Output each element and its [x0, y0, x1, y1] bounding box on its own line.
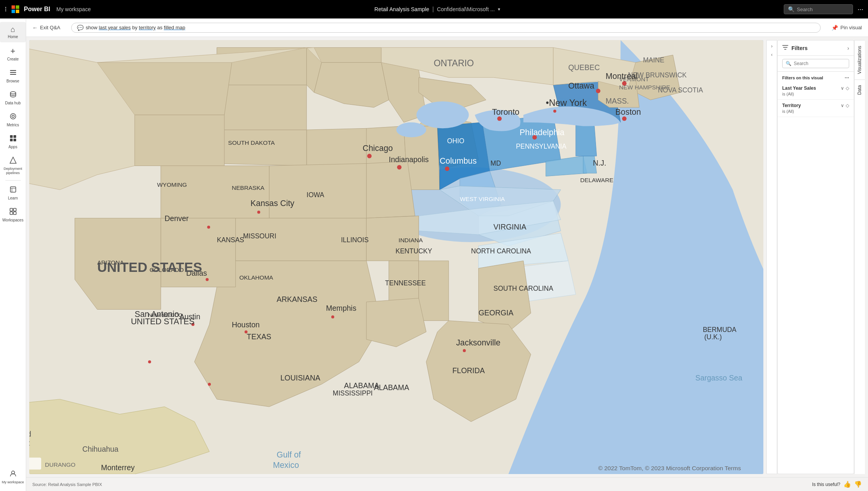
svg-point-32	[257, 211, 260, 214]
sidebar-item-browse[interactable]: Browse	[0, 65, 26, 87]
exit-qa-button[interactable]: ← Exit Q&A	[32, 25, 60, 31]
qa-highlight-filledmap: filled map	[164, 25, 185, 30]
svg-text:Ciudad: Ciudad	[29, 430, 31, 438]
qa-highlight-lastyearsales: last year sales	[99, 25, 131, 30]
filter-item-territory-icons: ∨ ◇	[841, 103, 849, 108]
sidebar-item-apps[interactable]: Apps	[0, 131, 26, 152]
filters-collapse-icon[interactable]: ›	[770, 42, 774, 50]
svg-text:ONTARIO: ONTARIO	[434, 58, 474, 68]
filters-on-visual-more-icon[interactable]: ···	[845, 75, 849, 81]
svg-text:•New York: •New York	[546, 98, 587, 108]
svg-rect-12	[10, 139, 13, 141]
svg-text:SOUTH DAKOTA: SOUTH DAKOTA	[228, 139, 275, 146]
filters-header: Filters ›	[778, 40, 854, 56]
sidebar-item-create[interactable]: + Create	[0, 43, 26, 65]
svg-text:ARKANSAS: ARKANSAS	[277, 295, 317, 303]
apps-icon	[9, 134, 17, 144]
thumbs-down-button[interactable]: 👎	[854, 481, 862, 488]
filter-clear-icon-2[interactable]: ◇	[846, 103, 849, 108]
svg-text:WYOMING: WYOMING	[157, 181, 187, 188]
main-area: ⌂ Home + Create Browse Data hub Metrics	[0, 18, 868, 491]
svg-point-29	[445, 166, 449, 171]
qa-by: by	[131, 25, 139, 30]
svg-rect-19	[13, 208, 16, 211]
qa-input-area[interactable]: 💬 show last year sales by territory as f…	[71, 23, 821, 33]
svg-text:ALABAMA: ALABAMA	[344, 381, 379, 390]
pin-visual-button[interactable]: 📌 Pin visual	[831, 25, 862, 31]
deployment-icon	[9, 156, 17, 166]
qa-suffix: as	[156, 25, 164, 30]
sidebar-label-metrics: Metrics	[7, 123, 19, 127]
filters-expand-icon[interactable]: ‹	[770, 50, 774, 59]
svg-text:Boston: Boston	[615, 107, 641, 117]
sidebar-item-datahub[interactable]: Data hub	[0, 87, 26, 109]
filter-icon	[782, 44, 788, 52]
svg-text:Columbus: Columbus	[440, 156, 477, 166]
svg-rect-13	[13, 139, 16, 141]
svg-marker-14	[10, 157, 16, 163]
tab-data[interactable]: Data	[855, 79, 865, 100]
svg-text:TEXAS: TEXAS	[247, 332, 271, 341]
filter-item-lastyearsales: Last Year Sales ∨ ◇ is (All)	[778, 82, 854, 100]
sidebar-item-home[interactable]: ⌂ Home	[0, 22, 26, 42]
workspace-label[interactable]: My workspace	[56, 6, 90, 12]
svg-text:Monterrey: Monterrey	[101, 463, 135, 472]
filters-search-input[interactable]	[794, 61, 846, 66]
thumbs-up-button[interactable]: 👍	[843, 481, 851, 488]
svg-text:SOUTH CAROLINA: SOUTH CAROLINA	[494, 285, 554, 292]
sidebar-label-home: Home	[8, 35, 18, 39]
svg-text:DELAWARE: DELAWARE	[580, 177, 613, 183]
svg-point-37	[148, 360, 151, 364]
tab-visualizations[interactable]: Visualizations	[855, 40, 865, 79]
search-box[interactable]: 🔍 Search	[784, 4, 853, 14]
workspaces-icon	[9, 208, 17, 217]
chevron-down-icon[interactable]: ▾	[498, 7, 500, 12]
svg-text:Kansas City: Kansas City	[250, 199, 294, 208]
content-area: ← Exit Q&A 💬 show last year sales by ter…	[26, 18, 868, 491]
browse-icon	[9, 69, 17, 78]
filter-expand-icon-2[interactable]: ∨	[841, 103, 844, 108]
sidebar-label-learn: Learn	[8, 196, 18, 201]
topbar-right: 🔍 Search ···	[784, 4, 863, 14]
svg-point-40	[463, 349, 466, 352]
left-sidebar: ⌂ Home + Create Browse Data hub Metrics	[0, 18, 26, 491]
learn-icon	[9, 186, 17, 195]
collapse-btn-wrapper: › ‹	[766, 40, 777, 474]
svg-text:MISSOURI: MISSOURI	[243, 232, 276, 240]
create-icon: +	[10, 46, 15, 56]
sidebar-item-learn[interactable]: Learn	[0, 183, 26, 204]
filters-forward-btn[interactable]: ›	[847, 45, 849, 51]
svg-text:DURANGO: DURANGO	[45, 461, 75, 468]
svg-text:N.J.: N.J.	[593, 159, 606, 167]
map-container[interactable]: Chicago Indianapolis Columbus Philadelph…	[29, 40, 763, 474]
topbar-more-icon[interactable]: ···	[858, 5, 863, 13]
svg-text:KENTUCKY: KENTUCKY	[396, 247, 432, 255]
sidebar-item-myworkspace[interactable]: My workspace	[0, 467, 26, 488]
svg-text:Houston: Houston	[232, 320, 260, 329]
svg-text:MD: MD	[491, 159, 501, 167]
filter-clear-icon[interactable]: ◇	[846, 85, 849, 91]
svg-text:Gulf of: Gulf of	[277, 450, 301, 459]
sidebar-label-apps: Apps	[8, 145, 17, 149]
svg-rect-3	[16, 10, 19, 13]
svg-rect-11	[13, 135, 16, 138]
svg-text:Memphis: Memphis	[326, 304, 356, 312]
qa-bubble-icon: 💬	[77, 25, 83, 31]
filters-search-box[interactable]: 🔍	[782, 59, 849, 68]
svg-point-31	[553, 110, 556, 113]
svg-text:Montreal: Montreal	[606, 72, 638, 81]
grid-icon[interactable]: ⁝	[5, 5, 7, 13]
qa-highlight-territory: territory	[139, 25, 156, 30]
filter-item-territory-header: Territory ∨ ◇	[782, 103, 849, 108]
svg-text:BERMUDA: BERMUDA	[703, 326, 737, 333]
svg-text:Ottawa: Ottawa	[568, 81, 594, 90]
myworkspace-icon	[9, 470, 17, 479]
svg-text:QUEBEC: QUEBEC	[568, 63, 600, 72]
filter-expand-icon[interactable]: ∨	[841, 85, 844, 91]
svg-text:NEBRASKA: NEBRASKA	[232, 184, 265, 191]
sidebar-item-deployment[interactable]: Deployment pipelines	[0, 153, 26, 178]
sidebar-item-metrics[interactable]: Metrics	[0, 109, 26, 131]
datahub-icon	[9, 90, 17, 100]
sidebar-item-workspaces[interactable]: Workspaces	[0, 204, 26, 226]
svg-point-38	[208, 383, 211, 386]
